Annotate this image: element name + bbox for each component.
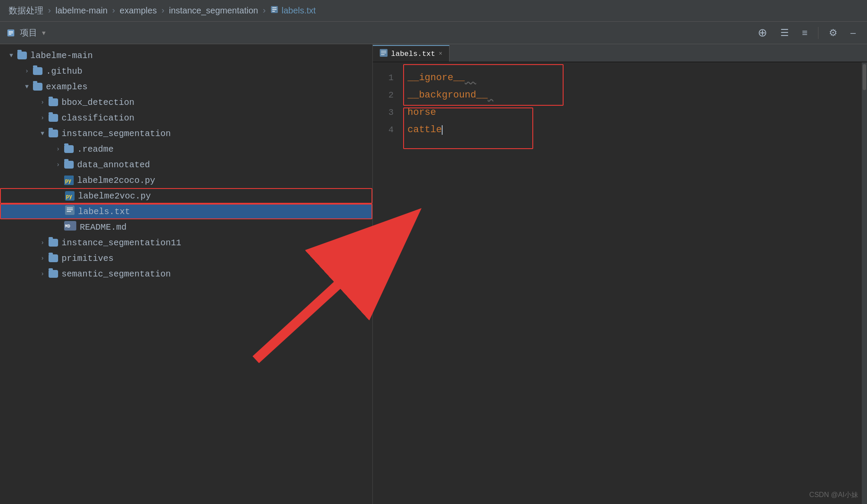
tree-label-labels-txt: labels.txt — [78, 207, 130, 217]
code-text-background: __background__ — [407, 87, 493, 104]
tree-arrow-bbox: › — [38, 98, 47, 107]
tree-label-github: .github — [46, 66, 82, 76]
tree-item-readme-folder[interactable]: › .readme — [0, 141, 372, 157]
folder-icon-bbox — [49, 98, 58, 106]
code-text-cattle: cattle — [407, 121, 442, 139]
tree-arrow-readme-folder: › — [54, 145, 62, 153]
tab-close-button[interactable]: × — [439, 50, 442, 57]
line-num-1: 1 — [373, 69, 394, 87]
code-text-horse: horse — [407, 104, 436, 121]
tree-arrow-primitives: › — [38, 254, 47, 263]
folder-icon-semantic-seg — [49, 270, 58, 278]
file-breadcrumb-icon — [270, 5, 279, 16]
tree-item-labels-txt[interactable]: › labels.txt — [0, 204, 372, 219]
tree-item-labelme-main[interactable]: ▼ labelme-main — [0, 48, 372, 63]
settings-button[interactable]: ⚙ — [825, 25, 842, 41]
code-line-2: __background__ — [407, 87, 853, 104]
align1-button[interactable]: ☰ — [776, 25, 793, 41]
tree-item-bbox[interactable]: › bbox_detection — [0, 94, 372, 110]
minus-button[interactable]: – — [846, 25, 860, 41]
tree-label-data-annotated: data_annotated — [77, 160, 150, 170]
py-icon-labelme2coco: py — [64, 176, 74, 185]
tree-label-instance-seg11: instance_segmentation11 — [62, 238, 181, 248]
breadcrumb-item-1[interactable]: labelme-main — [55, 6, 108, 16]
breadcrumb-sep-0: › — [47, 6, 52, 16]
tree-item-readme-md[interactable]: › MD README.md — [0, 219, 372, 235]
folder-icon-data-annotated — [64, 161, 74, 169]
tab-file-icon — [380, 49, 388, 59]
tree-label-semantic-seg: semantic_segmentation — [62, 269, 171, 279]
tree-item-instance-seg11[interactable]: › instance_segmentation11 — [0, 235, 372, 250]
tree-label-readme-md: README.md — [80, 222, 127, 232]
scrollbar-track[interactable] — [862, 62, 867, 504]
tab-label: labels.txt — [391, 50, 435, 58]
md-icon-readme: MD — [64, 221, 76, 233]
project-dropdown-arrow[interactable]: ▼ — [41, 29, 47, 36]
breadcrumb-item-4[interactable]: labels.txt — [281, 6, 316, 16]
tree-arrow-labelme-main: ▼ — [7, 51, 16, 60]
code-line-3: horse — [407, 104, 853, 121]
folder-icon-instance-seg11 — [49, 239, 58, 247]
breadcrumb-sep-2: › — [160, 6, 166, 16]
tree-label-instance-seg: instance_segmentation — [62, 129, 171, 139]
folder-icon-classification — [49, 114, 58, 122]
tree-item-data-annotated[interactable]: › data_annotated — [0, 157, 372, 172]
file-tree: ▼ labelme-main › .github ▼ examples › bb… — [0, 44, 373, 504]
tree-item-semantic-seg[interactable]: › semantic_segmentation — [0, 266, 372, 282]
tab-labels-txt[interactable]: labels.txt × — [373, 45, 450, 62]
project-label: 项目 ▼ — [7, 27, 47, 39]
tree-item-examples[interactable]: ▼ examples — [0, 79, 372, 94]
project-text: 项目 — [20, 27, 37, 39]
scrollbar-thumb[interactable] — [863, 64, 866, 90]
text-cursor — [442, 125, 443, 135]
tree-item-labelme2coco[interactable]: › py labelme2coco.py — [0, 172, 372, 188]
svg-text:MD: MD — [65, 224, 70, 229]
folder-icon-readme-folder — [64, 145, 74, 153]
tree-arrow-instance-seg: ▼ — [38, 129, 47, 138]
code-line-4: cattle — [407, 121, 853, 139]
align2-button[interactable]: ≡ — [798, 25, 812, 41]
svg-rect-12 — [65, 205, 75, 215]
code-area[interactable]: __ignore__ __background__ horse cattle — [399, 62, 862, 504]
breadcrumb-sep-1: › — [111, 6, 116, 16]
tree-label-examples: examples — [46, 82, 88, 92]
watermark: CSDN @AI小妹 — [809, 491, 858, 500]
editor-panel: labels.txt × 1 2 3 4 __ignore__ — [373, 44, 867, 504]
line-num-3: 3 — [373, 104, 394, 121]
breadcrumb-item-3[interactable]: instance_segmentation — [169, 6, 258, 16]
add-button[interactable]: ⊕ — [753, 23, 772, 42]
folder-icon-instance-seg — [49, 130, 58, 137]
code-line-1: __ignore__ — [407, 69, 853, 87]
breadcrumb-item-2[interactable]: examples — [120, 6, 157, 16]
tree-arrow-semantic-seg: › — [38, 270, 47, 278]
toolbar-divider — [818, 27, 818, 39]
folder-icon-primitives — [49, 254, 58, 262]
toolbar: 项目 ▼ ⊕ ☰ ≡ ⚙ – — [0, 22, 867, 44]
py-icon-labelme2voc: py — [65, 191, 75, 201]
tree-label-primitives: primitives — [62, 254, 114, 263]
tree-item-primitives[interactable]: › primitives — [0, 250, 372, 266]
tree-arrow-instance-seg11: › — [38, 238, 47, 247]
tree-label-labelme-main: labelme-main — [30, 51, 93, 61]
tree-item-github[interactable]: › .github — [0, 63, 372, 79]
breadcrumb-sep-3: › — [261, 6, 267, 16]
tree-label-labelme2voc: labelme2voc.py — [78, 191, 151, 201]
breadcrumb-item-0[interactable]: 数据处理 — [9, 5, 43, 16]
line-num-4: 4 — [373, 121, 394, 139]
tab-bar: labels.txt × — [373, 44, 867, 62]
line-numbers: 1 2 3 4 — [373, 62, 399, 504]
main-layout: ▼ labelme-main › .github ▼ examples › bb… — [0, 44, 867, 504]
tree-item-instance-seg[interactable]: ▼ instance_segmentation — [0, 126, 372, 141]
tree-item-classification[interactable]: › classification — [0, 110, 372, 126]
breadcrumb-bar: 数据处理 › labelme-main › examples › instanc… — [0, 0, 867, 22]
editor-content: 1 2 3 4 __ignore__ — [373, 62, 867, 504]
tree-label-bbox: bbox_detection — [62, 98, 134, 107]
svg-text:py: py — [65, 178, 71, 184]
tree-arrow-github: › — [23, 67, 31, 75]
folder-icon-examples — [33, 83, 42, 91]
tree-item-labelme2voc[interactable]: › py labelme2voc.py — [0, 188, 372, 204]
tree-label-labelme2coco: labelme2coco.py — [77, 176, 155, 185]
folder-icon-labelme-main — [17, 52, 27, 59]
txt-icon-labels — [65, 205, 75, 218]
tree-arrow-examples: ▼ — [23, 82, 31, 91]
